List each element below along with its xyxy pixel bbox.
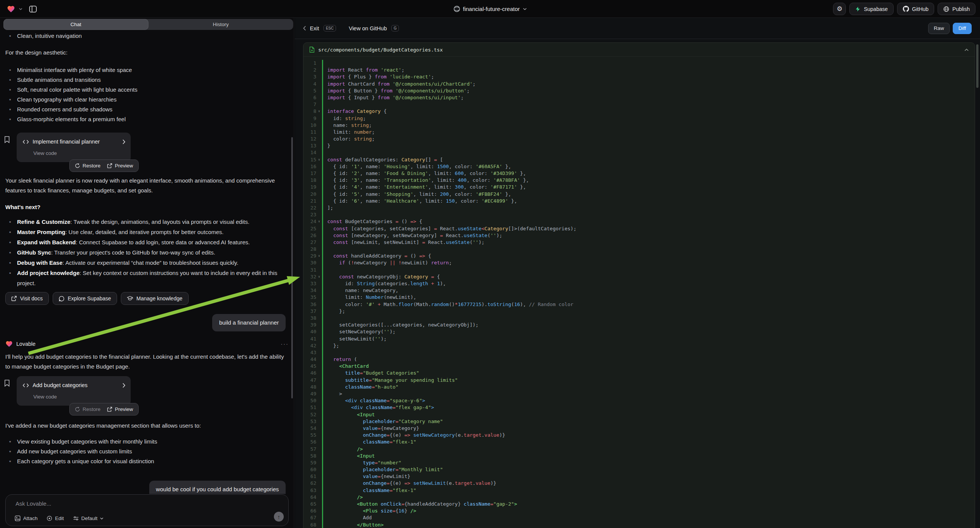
restore-button[interactable]: Restore [75, 161, 100, 171]
fold-spacer [316, 212, 322, 218]
fold-spacer [316, 439, 322, 445]
line-number: 39 [304, 321, 316, 328]
chevron-left-icon[interactable] [303, 26, 306, 31]
line-number: 46 [304, 370, 316, 377]
list-item: Glass-morphic elements for a premium fee… [17, 115, 289, 124]
code-line: 2import React from 'react'; [304, 67, 975, 73]
line-number: 52 [304, 411, 316, 418]
fold-chevron-icon[interactable]: ∨ [316, 108, 322, 115]
fold-spacer [316, 480, 322, 487]
code-line: 64 /> [304, 494, 975, 501]
exit-button[interactable]: Exit [310, 25, 319, 32]
target-icon [46, 515, 52, 521]
assistant-name: Lovable [16, 339, 36, 349]
diff-toggle-button[interactable]: Diff [953, 23, 972, 34]
manage-knowledge-button[interactable]: Manage knowledge [121, 292, 188, 305]
preview-button[interactable]: Preview [107, 404, 133, 414]
fold-chevron-icon[interactable]: ∨ [316, 253, 322, 259]
restore-button[interactable]: Restore [75, 404, 100, 414]
code-scrollbar[interactable] [976, 44, 978, 88]
code-line: 46 title="Budget Categories" [304, 370, 975, 377]
line-number: 18 [304, 177, 316, 184]
fold-spacer [316, 81, 322, 87]
bookmark-icon[interactable] [4, 380, 10, 387]
fold-spacer [316, 418, 322, 425]
code-line: 31 [304, 267, 975, 274]
raw-toggle-button[interactable]: Raw [928, 23, 950, 34]
list-item: Debug with Ease: Activate our experiment… [17, 258, 289, 268]
panel-left-toggle-icon[interactable] [29, 6, 37, 13]
list-item: Refine & Customize: Tweak the design, an… [17, 217, 289, 227]
fold-spacer [316, 308, 322, 315]
mode-select[interactable]: Default [73, 515, 104, 521]
edit-button[interactable]: Edit [46, 515, 64, 521]
code-line: 11 limit: number; [304, 129, 975, 135]
chevron-down-icon [100, 517, 103, 520]
line-number: 59 [304, 460, 316, 466]
attach-button[interactable]: Attach [15, 515, 38, 521]
preview-button[interactable]: Preview [107, 161, 133, 171]
fold-spacer [316, 514, 322, 521]
gear-icon: ⚙ [837, 5, 843, 13]
collapse-file-button[interactable] [964, 48, 969, 51]
tab-history[interactable]: History [148, 19, 294, 30]
list-item: Subtle animations and transitions [17, 75, 289, 85]
settings-button[interactable]: ⚙ [833, 3, 846, 15]
code-line: 51 <div className="flex gap-4"> [304, 404, 975, 411]
fold-chevron-icon[interactable]: ∨ [316, 274, 322, 280]
chevron-right-icon [123, 383, 126, 388]
fold-spacer [316, 115, 322, 122]
explore-supabase-button[interactable]: Explore Supabase [52, 292, 117, 305]
supabase-button[interactable]: Supabase [849, 3, 893, 15]
view-code-link[interactable]: View code [33, 148, 126, 158]
send-button[interactable]: ↑ [274, 512, 284, 522]
fold-spacer [316, 287, 322, 294]
fold-spacer [316, 294, 322, 301]
chat-scrollbar[interactable] [291, 137, 293, 398]
view-on-github-link[interactable]: View on GitHub [349, 25, 387, 32]
chat-input-box[interactable]: Ask Lovable... Attach Edit Default ↑ [5, 494, 289, 526]
g-key-badge: G [391, 25, 399, 32]
line-number: 66 [304, 507, 316, 514]
fold-spacer [316, 301, 322, 308]
code-line: 19 { id: '4', name: 'Entertainment', lim… [304, 184, 975, 191]
message-menu-button[interactable]: ··· [281, 339, 289, 349]
fold-spacer [316, 225, 322, 232]
visit-docs-button[interactable]: Visit docs [5, 292, 49, 305]
code-line: 36 color: '#' + Math.floor(Math.random()… [304, 301, 975, 308]
fold-spacer [316, 129, 322, 135]
project-switcher[interactable]: financial-future-creator [453, 0, 527, 18]
line-number: 61 [304, 473, 316, 480]
fold-chevron-icon[interactable]: ∨ [316, 218, 322, 225]
fold-chevron-icon[interactable]: ∨ [316, 156, 322, 163]
tab-chat[interactable]: Chat [3, 19, 148, 30]
whats-next-list: Refine & Customize: Tweak the design, an… [5, 217, 289, 288]
line-number: 15 [304, 156, 316, 163]
github-button[interactable]: GitHub [897, 3, 935, 15]
fold-spacer [316, 466, 322, 473]
fold-spacer [316, 170, 322, 177]
list-item: GitHub Sync: Transfer your project's cod… [17, 247, 289, 258]
code-line: 32∨ const newCategoryObj: Category = { [304, 274, 975, 280]
chevron-down-icon[interactable] [19, 8, 22, 10]
fold-spacer [316, 446, 322, 453]
project-name: financial-future-creator [463, 6, 520, 12]
code-line: 9 id: string; [304, 115, 975, 122]
file-header[interactable]: src/components/budget/BudgetCategories.t… [304, 43, 975, 57]
bookmark-icon[interactable] [4, 136, 10, 143]
fold-spacer [316, 267, 322, 274]
code-line: 38 [304, 315, 975, 321]
line-number: 24 [304, 218, 316, 225]
lovable-logo-icon[interactable] [7, 5, 15, 13]
fold-spacer [316, 522, 322, 528]
line-number: 62 [304, 480, 316, 487]
line-number: 37 [304, 308, 316, 315]
fold-spacer [316, 259, 322, 266]
line-number: 51 [304, 404, 316, 411]
publish-button[interactable]: Publish [937, 3, 975, 15]
list-item: Add project knowledge: Set key context o… [17, 268, 289, 288]
line-number: 25 [304, 225, 316, 232]
fold-spacer [316, 473, 322, 480]
view-code-link[interactable]: View code [33, 392, 126, 402]
line-number: 11 [304, 129, 316, 135]
